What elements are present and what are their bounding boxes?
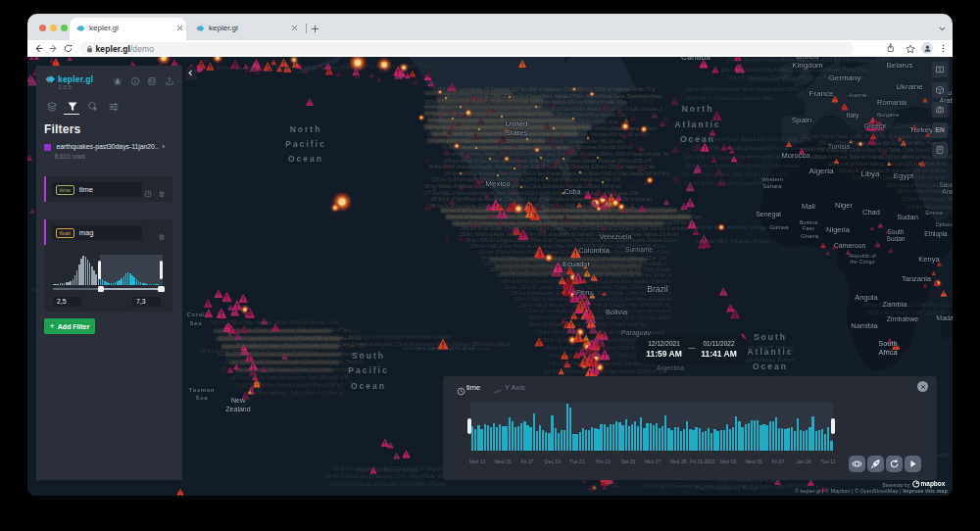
svg-text:223 km E of Punta Cana, Domini: 223 km E of Punta Cana, Dominican Republ… [529,314,671,320]
svg-text:Ghana: Ghana [801,233,819,239]
svg-text:Argentina: Argentina [657,364,684,372]
svg-text:Greece: Greece [864,122,887,129]
svg-text:South: South [878,339,898,348]
svg-text:Spain: Spain [792,116,811,124]
svg-text:Austria: Austria [849,92,867,98]
svg-text:Belarus: Belarus [886,61,912,70]
svg-text:Canada: Canada [681,57,710,62]
svg-text:Italy: Italy [847,112,859,120]
svg-text:Sea: Sea [196,395,209,401]
svg-text:153 km S of Kermadec Islands,: 153 km S of Kermadec Islands, New Zealan… [431,176,620,182]
svg-text:Colombia: Colombia [578,246,611,255]
svg-text:Namibia: Namibia [851,321,878,330]
svg-text:States: States [506,128,528,137]
svg-text:Pacific: Pacific [285,138,325,148]
svg-text:Ocean: Ocean [753,362,788,371]
svg-text:United: United [505,120,527,128]
svg-text:Libya: Libya [860,169,880,178]
svg-text:125 km W of Acajutla, El Salva: 125 km W of Acajutla, El Salvador 183 km… [524,308,671,314]
svg-text:Western: Western [761,176,783,182]
svg-text:142 km S of Acajutla, El Salva: 142 km S of Acajutla, El Salvador 194 km… [838,168,946,173]
svg-text:mapbox: mapbox [921,480,946,488]
svg-text:Romania: Romania [877,98,907,107]
svg-text:Africa: Africa [878,348,898,357]
svg-text:Atlantic: Atlantic [674,119,720,128]
svg-text:Nigeria: Nigeria [826,225,851,234]
svg-text:Pacific-Antarctic Ridge: Pacific-Antarctic Ridge [356,467,418,473]
svg-text:central Mid-Atlantic Ridge: central Mid-Atlantic Ridge [693,224,767,230]
svg-text:73 km NE of Adak, Alaska 206: 73 km NE of Adak, Alaska 206 km SSW of P… [445,151,669,157]
svg-text:Pacific-Antarctic Ridge: Pacific-Antarctic Ridge [696,485,759,491]
svg-text:157 km E of Acajutla, El Salva: 157 km E of Acajutla, El Salvador 127 km… [437,86,655,92]
svg-text:France: France [809,89,834,98]
svg-text:278 km NNE of Punta Cana, Domi: 278 km NNE of Punta Cana, Dominican Repu [686,95,774,101]
svg-text:112 km ESE of Port McNeill, Ca: 112 km ESE of Port McNeill, Canada 169 k… [218,351,365,357]
svg-text:Zealand: Zealand [225,405,250,411]
svg-text:47 km NNE of El Quisco, Chile: 47 km NNE of El Quisco, Chile 270 km E o… [427,131,648,137]
svg-text:237 km N of Yunguyo, Per: 237 km N of Yunguyo, Per [902,196,953,202]
svg-text:Tasman: Tasman [189,386,215,392]
svg-text:Ecuador: Ecuador [563,260,590,268]
svg-text:the Congo: the Congo [850,259,874,265]
svg-text:Cameroon: Cameroon [834,242,866,249]
svg-text:Germany: Germany [829,73,861,82]
svg-text:205 km S of Acajutla, El Salva: 205 km S of Acajutla, El Salvador 35 km … [328,481,446,487]
svg-text:Brazil: Brazil [647,284,667,294]
svg-text:Angola: Angola [855,293,878,302]
svg-text:Ocean: Ocean [351,380,386,390]
svg-text:67 km E of Severo-Kurilsk, Rus: 67 km E of Severo-Kurilsk, Russia 237 km… [220,366,353,372]
svg-text:Pacific: Pacific [348,365,388,375]
svg-text:Eritrea: Eritrea [925,210,943,216]
svg-text:New: New [231,397,246,404]
svg-text:194 km E of Port McNeill, Cana: 194 km E of Port McNeill, Canada 64 km [684,180,772,186]
svg-text:Sahara: Sahara [762,183,782,189]
svg-text:South: South [754,332,787,342]
svg-text:Senegal: Senegal [756,211,781,218]
svg-text:32 km NE of Iquique, Chile 93: 32 km NE of Iquique, Chile 93 km S of Ad… [686,163,804,169]
svg-text:166 km SSW of La Ligua, Chile: 166 km SSW of La Ligua, Chile 50 km N of… [433,112,626,118]
svg-text:South: South [888,228,905,235]
svg-text:Chad: Chad [862,208,880,217]
svg-text:Kingdom: Kingdom [792,61,823,70]
svg-text:207 km SSW of Adak, Alaska 14: 207 km SSW of Adak, Alaska 143 km ESE of… [424,99,628,105]
svg-text:Bolivia: Bolivia [606,308,628,316]
svg-text:Suriname: Suriname [625,246,653,253]
svg-text:56 km SW of Iquique, Chile 63: 56 km SW of Iquique, Chile 63 km W of Ta… [802,147,949,153]
svg-text:Turkey: Turkey [909,125,933,134]
svg-text:Faso: Faso [803,225,814,231]
svg-text:88 km N of Vallenar, Chile 16: 88 km N of Vallenar, Chile 160 km W of K… [245,390,343,396]
svg-text:Tanzania: Tanzania [902,274,932,283]
svg-text:238 km S of Acajutla, El Salva: 238 km S of Acajutla, El Salvador 52 km … [323,473,451,479]
svg-text:Zambia: Zambia [882,300,907,309]
svg-text:Niger: Niger [835,201,853,210]
svg-text:107 km E of San Pedro de Ataca: 107 km E of San Pedro de Atacama, Chile … [230,374,349,380]
svg-text:175 km WNW of San Pedro de Ata: 175 km WNW of San Pedro de Atacama, Chil… [444,157,653,163]
svg-text:256 km E of Sand Point, Alaska: 256 km E of Sand Point, Alaska 89 km WNW… [437,137,624,143]
svg-text:South: South [352,351,385,361]
svg-text:Morocco: Morocco [782,151,810,160]
svg-text:Mali: Mali [802,202,815,211]
svg-text:Sea: Sea [190,320,203,326]
svg-text:North: North [682,104,714,114]
svg-text:North: North [290,123,322,133]
svg-text:Ocean: Ocean [680,134,715,144]
svg-text:Ukraine: Ukraine [896,82,923,91]
svg-text:Peru: Peru [576,288,592,297]
svg-text:Coral: Coral [187,312,206,317]
svg-text:Atlantic: Atlantic [747,347,793,357]
svg-text:Algeria: Algeria [809,167,834,175]
svg-text:Ocean: Ocean [288,153,323,163]
svg-text:218 km W of Azores Islands, Po: 218 km W of Azores Islands, Portugal 131… [828,161,946,167]
svg-text:Guinea: Guinea [769,224,789,230]
svg-text:Djibou: Djibou [935,221,952,227]
svg-text:260 km WNW of Kermadec Islands: 260 km WNW of Kermadec Islands, New Zeal… [686,86,805,92]
svg-text:Mexico: Mexico [485,179,511,188]
svg-text:Zimbabwe: Zimbabwe [887,315,918,322]
svg-text:147 km WNW of Yunguyo, Peru 6: 147 km WNW of Yunguyo, Peru 62 km SW of … [444,169,669,175]
svg-text:Tunisia: Tunisia [828,143,850,150]
svg-text:Egypt: Egypt [894,171,914,180]
svg-text:Sudan: Sudan [887,235,906,242]
svg-text:Venezuela: Venezuela [600,233,632,240]
svg-text:Bulgaria: Bulgaria [877,112,900,118]
svg-text:Sudan: Sudan [897,213,918,221]
